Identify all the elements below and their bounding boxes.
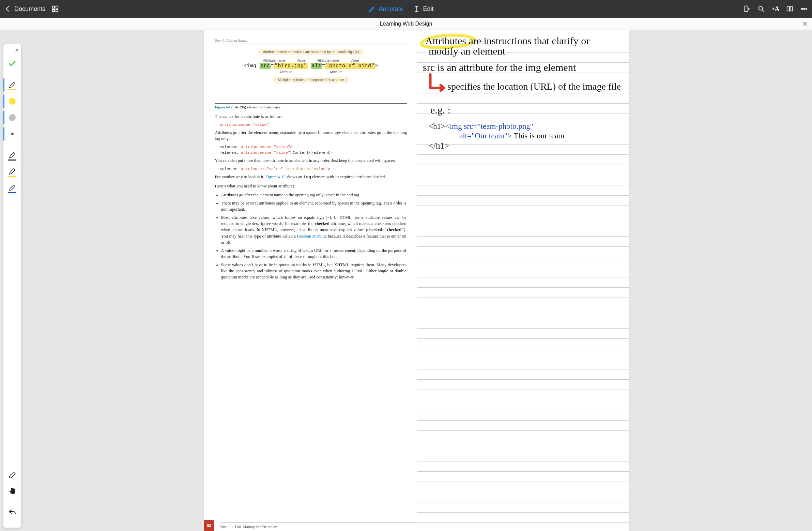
para-multi-attr: You can also put more than one attribute… [215, 157, 407, 163]
note-code-1: <h1><img src="team-photo.png" [429, 122, 533, 131]
link-fig412[interactable]: Figure 4-12 [265, 174, 286, 179]
para-after-name: Attributes go after the element name, se… [215, 130, 407, 142]
color-dot[interactable] [5, 127, 19, 141]
palette-close-button[interactable]: ✕ [15, 47, 19, 54]
canvas[interactable]: Step 4: Add an Image Attribute names and… [21, 30, 812, 531]
svg-rect-3 [56, 10, 58, 12]
done-check[interactable] [5, 57, 19, 71]
note-code-3: </h1> [429, 141, 449, 150]
bullet-2: There may be several attributes applied … [221, 200, 407, 212]
note-line-1: Attributes are instructions that clarify… [425, 35, 590, 46]
svg-rect-2 [53, 10, 55, 12]
undo-tool[interactable] [5, 506, 19, 519]
text-size-icon: AA [772, 5, 779, 13]
note-line-1b: modify an element [429, 45, 506, 57]
bullet-1: Attributes go after the element name in … [221, 192, 407, 198]
palette-grip[interactable] [8, 523, 16, 524]
callout-space: Multiple attributes are separated by a s… [274, 77, 348, 83]
pen-black[interactable] [5, 148, 19, 162]
thumbnails-button[interactable] [52, 5, 59, 13]
svg-point-4 [759, 6, 763, 10]
more-icon [800, 5, 808, 13]
attribute-bullet-list: Attributes go after the element name in … [221, 192, 407, 281]
lbl-attribute-1: Attribute [279, 70, 292, 74]
export-button[interactable] [743, 5, 751, 13]
pencil-icon [368, 5, 376, 13]
attribute-diagram: Attribute names and values are separated… [215, 49, 407, 100]
lbl-attr-name-2: Attribute name [317, 59, 339, 62]
mode-annotate-label: Annotate [379, 5, 403, 13]
code-syntax: attributename="value" [220, 123, 407, 127]
close-document-button[interactable]: ✕ [802, 20, 808, 28]
book-icon [786, 5, 794, 13]
red-arrow [430, 74, 444, 91]
text-cursor-icon [413, 5, 420, 13]
note-line-3: specifies the location (URL) of the imag… [447, 81, 621, 92]
svg-line-5 [762, 10, 764, 12]
para-fig-ref: For another way to look at it, Figure 4-… [215, 174, 407, 180]
link-boolean-attr[interactable]: Boolean attribute [297, 234, 327, 239]
svg-point-6 [801, 8, 803, 10]
mode-edit-label: Edit [423, 5, 434, 13]
workspace: Step 4: Add an Image Attribute names and… [0, 30, 812, 531]
annotation-palette: ✕ [3, 44, 21, 528]
hand-tool[interactable] [5, 485, 19, 498]
bullet-4: A value might be a number, a word, a str… [221, 247, 407, 260]
eraser-tool[interactable] [5, 468, 19, 482]
code-element-2: <element attributename="value">Content</… [220, 150, 407, 155]
code-multi-attr: <element attribute1="value" attribute2="… [220, 167, 407, 171]
app-toolbar: Documents Annotate Edit A [0, 0, 812, 18]
export-icon [743, 5, 751, 13]
pen-blue[interactable] [5, 181, 19, 195]
bullet-5: Some values don’t have to be in quotatio… [221, 262, 407, 280]
note-eg: e.g. : [430, 104, 450, 116]
svg-rect-1 [56, 6, 58, 8]
diagram-code: <img src="bird.jpg" alt="photo of bird"> [215, 63, 407, 69]
lbl-value-1: Value [297, 59, 305, 62]
lbl-value-2: Value [351, 59, 359, 62]
search-button[interactable] [757, 5, 765, 13]
para-know: Here’s what you need to know about attri… [215, 183, 407, 189]
figure-caption: Figure 4-12. An img element with attribu… [215, 103, 407, 110]
bullet-3: Most attributes take values, which follo… [221, 214, 407, 245]
lbl-attr-name-1: Attribute name [263, 59, 285, 62]
text-size-button[interactable]: AA [772, 5, 779, 13]
code-element-1: <element attributename="value"> [220, 144, 407, 149]
pen-yellow2[interactable] [5, 164, 19, 178]
color-gray[interactable] [5, 111, 19, 125]
svg-rect-0 [53, 6, 55, 8]
sheet: Step 4: Add an Image Attribute names and… [204, 30, 629, 531]
note-page[interactable]: Attributes are instructions that clarify… [417, 30, 629, 531]
para-syntax: The syntax for an attribute is as follow… [215, 114, 407, 120]
book-page: Step 4: Add an Image Attribute names and… [204, 30, 417, 531]
mode-edit[interactable]: Edit [413, 5, 434, 13]
page-footer: 62 Part II, HTML Markup for Structure [204, 520, 417, 531]
search-icon [757, 5, 765, 13]
lbl-attribute-2: Attribute [330, 70, 343, 74]
back-label: Documents [14, 5, 45, 13]
view-mode-button[interactable] [786, 5, 794, 13]
document-title: Learning Web Design [380, 21, 432, 27]
note-line-2: src is an attribute for the img element [423, 62, 576, 73]
page-number: 62 [204, 520, 214, 531]
chevron-left-icon [4, 5, 12, 13]
document-titlebar: Learning Web Design ✕ [0, 18, 812, 30]
svg-point-7 [803, 8, 805, 10]
grid-icon [52, 5, 59, 13]
color-yellow[interactable] [5, 95, 19, 108]
part-label: Part II, HTML Markup for Structure [220, 522, 417, 529]
back-button[interactable]: Documents [4, 5, 45, 13]
step-header: Step 4: Add an Image [215, 38, 407, 44]
mode-annotate[interactable]: Annotate [368, 5, 403, 13]
more-button[interactable] [800, 5, 808, 13]
svg-point-8 [806, 8, 807, 10]
callout-equals: Attribute names and values are separated… [259, 49, 363, 55]
handwriting-layer: Attributes are instructions that clarify… [417, 30, 629, 292]
pen-tool-yellow[interactable] [5, 78, 19, 92]
note-code-2: alt="Our team"> This is our team [459, 132, 564, 140]
